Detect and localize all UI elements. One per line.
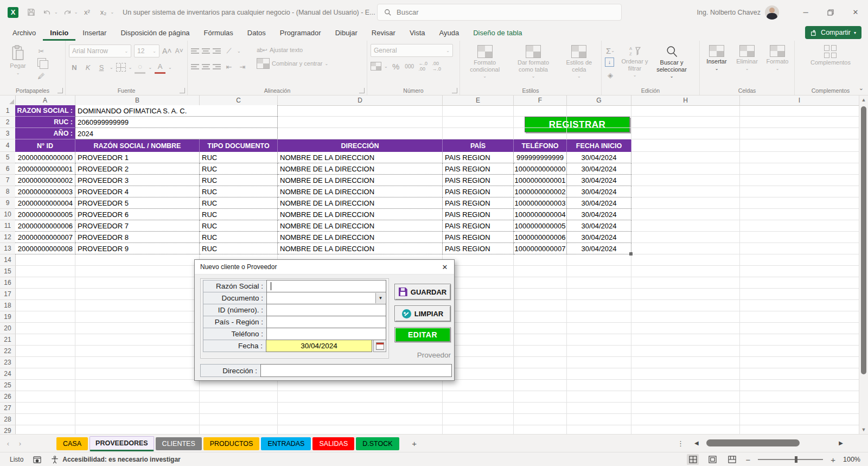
column-header-D[interactable]: D xyxy=(278,95,443,106)
limpiar-button[interactable]: LIMPIAR xyxy=(394,305,451,322)
row-header-24[interactable]: 24 xyxy=(0,368,16,380)
row-header-23[interactable]: 23 xyxy=(0,357,16,368)
cell-E11[interactable]: PAIS REGION xyxy=(443,220,514,232)
format-painter-icon[interactable]: 🖉 xyxy=(36,71,47,81)
decrease-decimal-icon[interactable]: .00→.0 xyxy=(431,61,442,72)
ribbon-tab-datos[interactable]: Datos xyxy=(240,24,273,41)
scroll-left-icon[interactable]: ◀ xyxy=(694,440,699,446)
vertical-scrollbar[interactable]: ▲ ▼ xyxy=(859,95,868,434)
registrar-button[interactable]: REGISTRAR xyxy=(525,117,630,132)
comma-style-icon[interactable]: 000 xyxy=(404,61,415,72)
row-header-17[interactable]: 17 xyxy=(0,289,16,300)
accessibility-status[interactable]: Accesibilidad: es necesario investigar xyxy=(51,456,180,464)
cell-G11[interactable]: 30/04/2024 xyxy=(567,220,631,232)
row-header-7[interactable]: 7 xyxy=(0,175,16,186)
cell-B6[interactable]: PROVEEDOR 2 xyxy=(75,163,200,175)
borders-icon[interactable] xyxy=(116,63,126,72)
number-dialog-launcher[interactable] xyxy=(452,88,457,93)
cell-G7[interactable]: 30/04/2024 xyxy=(567,175,631,186)
cell-B13[interactable]: PROVEEDOR 9 xyxy=(75,243,200,254)
align-right-icon[interactable] xyxy=(213,64,221,70)
guardar-button[interactable]: GUARDAR xyxy=(394,284,451,300)
find-select-button[interactable]: Buscar y seleccionar⌄ xyxy=(654,44,690,86)
cell-D8[interactable]: NOMBRE DE LA DIRECCION xyxy=(278,186,443,197)
cell-G10[interactable]: 30/04/2024 xyxy=(567,209,631,220)
zoom-out-button[interactable]: − xyxy=(745,455,750,464)
column-header-C[interactable]: C xyxy=(200,95,278,106)
row-header-4[interactable]: 4 xyxy=(0,139,16,152)
sheet-tab-productos[interactable]: PRODUCTOS xyxy=(203,437,260,450)
cell-E12[interactable]: PAIS REGION xyxy=(443,232,514,243)
cell-F10[interactable]: 1000000000004 xyxy=(514,209,567,220)
macro-record-icon[interactable] xyxy=(33,456,41,464)
cell-F12[interactable]: 1000000000006 xyxy=(514,232,567,243)
row-header-13[interactable]: 13 xyxy=(0,243,16,254)
copy-icon[interactable] xyxy=(37,58,46,67)
cell-F9[interactable]: 1000000000003 xyxy=(514,197,567,209)
avatar[interactable] xyxy=(765,5,779,20)
row-header-26[interactable]: 26 xyxy=(0,391,16,403)
font-size-combo[interactable]: 12⌄ xyxy=(134,44,159,58)
row-header-11[interactable]: 11 xyxy=(0,220,16,232)
zoom-in-button[interactable]: + xyxy=(831,455,835,464)
wrap-text-button[interactable]: ab↩Ajustar texto xyxy=(257,44,328,56)
cell-A11[interactable]: 20000000000006 xyxy=(15,220,75,232)
accounting-format-icon[interactable] xyxy=(371,62,381,71)
documento-select[interactable]: ▼ xyxy=(266,292,386,304)
collapse-ribbon-icon[interactable]: ⌄ xyxy=(859,85,864,92)
undo-dropdown-icon[interactable]: ⌄ xyxy=(54,10,58,15)
align-left-icon[interactable] xyxy=(191,64,199,70)
cell-E13[interactable]: PAIS REGION xyxy=(443,243,514,254)
font-dialog-launcher[interactable] xyxy=(180,88,185,93)
row-header-2[interactable]: 2 xyxy=(0,117,16,128)
cell-A13[interactable]: 20000000000008 xyxy=(15,243,75,254)
info-label-1[interactable]: RAZON SOCIAL : xyxy=(15,105,75,117)
subscript-button[interactable]: x₂ xyxy=(96,5,110,20)
cell-E9[interactable]: PAIS REGION xyxy=(443,197,514,209)
clear-icon[interactable]: ◈ xyxy=(605,69,616,80)
cell-D6[interactable]: NOMBRE DE LA DIRECCION xyxy=(278,163,443,175)
column-header-B[interactable]: B xyxy=(75,95,200,106)
sheet-tab-clientes[interactable]: CLIENTES xyxy=(156,437,202,450)
cell-G13[interactable]: 30/04/2024 xyxy=(567,243,631,254)
dialog-close-icon[interactable]: ✕ xyxy=(436,260,454,274)
cell-F8[interactable]: 1000000000002 xyxy=(514,186,567,197)
redo-dropdown-icon[interactable]: ⌄ xyxy=(74,10,78,15)
font-name-combo[interactable]: Arial Narrow⌄ xyxy=(69,44,131,58)
align-top-icon[interactable] xyxy=(191,48,199,54)
info-label-2[interactable]: RUC : xyxy=(15,117,75,128)
align-middle-icon[interactable] xyxy=(202,48,210,54)
cell-F13[interactable]: 1000000000007 xyxy=(514,243,567,254)
bold-button[interactable]: N xyxy=(69,62,80,73)
pais-region-input[interactable] xyxy=(266,316,386,328)
info-label-3[interactable]: AÑO : xyxy=(15,128,75,139)
shrink-font-icon[interactable]: A˅ xyxy=(175,46,184,56)
cell-C11[interactable]: RUC xyxy=(200,220,278,232)
autosum-icon[interactable]: Σ⌄ xyxy=(605,45,616,56)
vertical-scroll-thumb[interactable] xyxy=(861,106,866,374)
fill-icon[interactable]: ↓ xyxy=(605,58,614,67)
align-bottom-icon[interactable] xyxy=(213,48,221,54)
row-header-9[interactable]: 9 xyxy=(0,197,16,209)
table-header-4[interactable]: DIRECCIÓN xyxy=(278,139,443,152)
row-header-27[interactable]: 27 xyxy=(0,403,16,414)
row-header-22[interactable]: 22 xyxy=(0,346,16,357)
restore-button[interactable] xyxy=(818,0,843,24)
conditional-formatting-button[interactable]: Formato condicional⌄ xyxy=(464,44,506,86)
row-header-28[interactable]: 28 xyxy=(0,414,16,425)
cell-A7[interactable]: 20000000000002 xyxy=(15,175,75,186)
cell-G12[interactable]: 30/04/2024 xyxy=(567,232,631,243)
italic-button[interactable]: K xyxy=(82,62,93,73)
insert-cells-button[interactable]: Insertar⌄ xyxy=(703,44,730,86)
sheet-tab-salidas[interactable]: SALIDAS xyxy=(312,437,354,450)
table-header-3[interactable]: TIPO DOCUMENTO xyxy=(200,139,278,152)
table-header-1[interactable]: N° ID xyxy=(15,139,75,152)
select-all-corner[interactable] xyxy=(0,95,16,106)
id-numero-input[interactable] xyxy=(266,304,386,316)
cell-A6[interactable]: 20000000000001 xyxy=(15,163,75,175)
delete-cells-button[interactable]: Eliminar⌄ xyxy=(733,44,761,86)
telefono-input[interactable] xyxy=(266,328,386,340)
cell-D10[interactable]: NOMBRE DE LA DIRECCION xyxy=(278,209,443,220)
cell-F7[interactable]: 1000000000001 xyxy=(514,175,567,186)
sort-filter-button[interactable]: AZ Ordenar y filtrar⌄ xyxy=(619,44,650,86)
